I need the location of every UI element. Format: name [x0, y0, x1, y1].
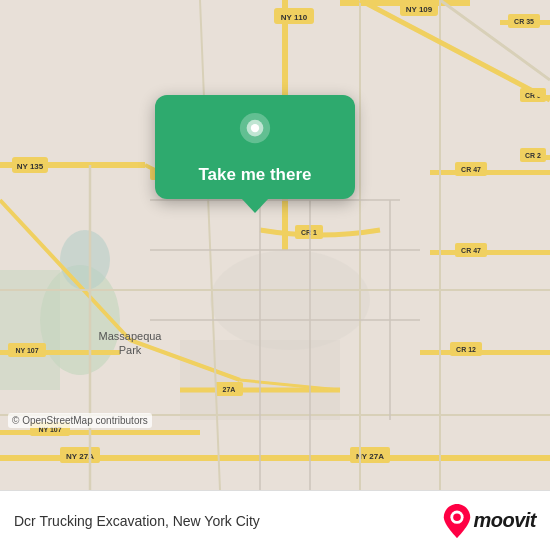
location-pin-icon	[234, 113, 276, 155]
svg-text:NY 107: NY 107	[15, 347, 38, 354]
map-container: NY 135 SO NY 110 NY 109 CR 35 CR 3 CR 47…	[0, 0, 550, 490]
svg-text:27A: 27A	[223, 386, 236, 393]
svg-text:NY 109: NY 109	[406, 5, 433, 14]
svg-text:NY 110: NY 110	[281, 13, 308, 22]
svg-text:CR 12: CR 12	[456, 346, 476, 353]
popup-card[interactable]: Take me there	[155, 95, 355, 199]
svg-text:Massapequa: Massapequa	[99, 330, 163, 342]
bottom-bar: Dcr Trucking Excavation, New York City m…	[0, 490, 550, 550]
svg-text:NY 135: NY 135	[17, 162, 44, 171]
svg-text:CR 47: CR 47	[461, 247, 481, 254]
moovit-logo: moovit	[443, 504, 536, 538]
svg-point-2	[60, 230, 110, 290]
svg-text:CR 35: CR 35	[514, 18, 534, 25]
svg-text:CR 1: CR 1	[301, 229, 317, 236]
moovit-pin-icon	[443, 504, 471, 538]
svg-point-73	[251, 124, 259, 132]
svg-text:CR 47: CR 47	[461, 166, 481, 173]
svg-text:Park: Park	[119, 344, 142, 356]
svg-rect-31	[430, 250, 550, 255]
svg-text:CR 2: CR 2	[525, 152, 541, 159]
svg-rect-3	[0, 270, 60, 390]
svg-rect-25	[430, 170, 550, 175]
svg-point-4	[210, 250, 370, 350]
copyright-text: © OpenStreetMap contributors	[8, 413, 152, 428]
bottom-title: Dcr Trucking Excavation, New York City	[14, 513, 260, 529]
svg-point-75	[454, 513, 462, 521]
popup-label: Take me there	[198, 165, 311, 185]
moovit-text: moovit	[473, 509, 536, 532]
